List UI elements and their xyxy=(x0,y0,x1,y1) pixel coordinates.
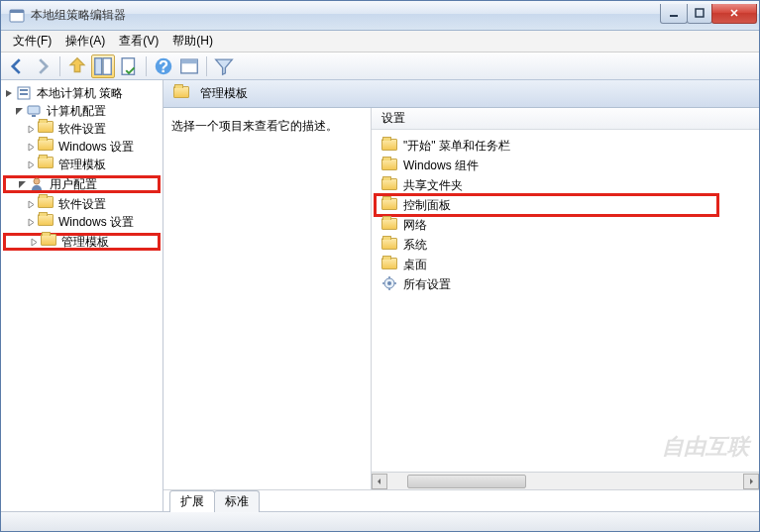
scroll-right-button[interactable] xyxy=(743,474,759,489)
help-button[interactable]: ? xyxy=(152,54,175,78)
scroll-left-button[interactable] xyxy=(372,474,387,489)
list-item-windows-components[interactable]: Windows 组件 xyxy=(372,156,759,175)
list-item-label: 系统 xyxy=(403,237,427,254)
tree-label: 本地计算机 策略 xyxy=(35,84,125,103)
svg-rect-1 xyxy=(10,10,24,13)
svg-rect-5 xyxy=(103,57,111,74)
svg-text:?: ? xyxy=(159,56,168,74)
back-button[interactable] xyxy=(5,54,29,78)
list-item-label: 网络 xyxy=(403,217,427,234)
menu-help[interactable]: 帮助(H) xyxy=(166,31,219,52)
maximize-button[interactable] xyxy=(687,4,712,24)
description-column: 选择一个项目来查看它的描述。 xyxy=(163,108,372,489)
list-item-label: 控制面板 xyxy=(403,197,451,214)
svg-rect-4 xyxy=(95,57,102,74)
tree-label: 管理模板 xyxy=(56,156,108,174)
up-button[interactable] xyxy=(65,54,89,78)
list-item-control-panel[interactable]: 控制面板 xyxy=(372,195,759,215)
tree-computer-config[interactable]: 计算机配置 xyxy=(3,102,161,120)
toolbar: ? xyxy=(1,53,759,80)
tree-computer-windows[interactable]: Windows 设置 xyxy=(3,138,161,156)
svg-point-16 xyxy=(34,178,40,184)
computer-icon xyxy=(26,103,42,119)
folder-icon xyxy=(38,196,54,212)
list-column: 设置 "开始" 菜单和任务栏 Windows 组件 xyxy=(372,108,759,489)
expand-icon[interactable] xyxy=(25,159,37,170)
list-body[interactable]: "开始" 菜单和任务栏 Windows 组件 共享文件夹 控制面板 xyxy=(372,130,759,472)
folder-icon xyxy=(381,258,397,272)
tree-root[interactable]: 本地计算机 策略 xyxy=(3,84,161,102)
scroll-thumb[interactable] xyxy=(407,475,526,488)
list-item-system[interactable]: 系统 xyxy=(372,235,759,255)
folder-icon xyxy=(38,214,54,230)
forward-button[interactable] xyxy=(31,54,54,78)
content-header: 管理模板 xyxy=(163,80,759,108)
menu-view[interactable]: 查看(V) xyxy=(113,31,164,52)
app-window: 本地组策略编辑器 文件(F) 操作(A) 查看(V) 帮助(H) ? xyxy=(0,0,760,532)
expand-icon[interactable] xyxy=(25,198,37,210)
svg-rect-12 xyxy=(20,89,28,91)
properties-button[interactable] xyxy=(177,54,201,78)
list-item-all-settings[interactable]: 所有设置 xyxy=(372,274,759,294)
folder-icon xyxy=(381,238,397,253)
collapse-icon[interactable] xyxy=(13,105,25,117)
tree-computer-admin-templates[interactable]: 管理模板 xyxy=(3,156,161,173)
list-item-desktop[interactable]: 桌面 xyxy=(372,255,759,274)
tree-label: 用户配置 xyxy=(48,175,99,194)
folder-icon xyxy=(381,198,397,213)
horizontal-scrollbar[interactable] xyxy=(372,472,759,489)
close-button[interactable] xyxy=(711,4,757,24)
tree-pane[interactable]: 本地计算机 策略 计算机配置 软件设置 Windows 设置 管理模板 xyxy=(1,80,163,511)
tree-label: 计算机配置 xyxy=(45,102,108,121)
list-item-shared-folders[interactable]: 共享文件夹 xyxy=(372,175,759,195)
expand-icon[interactable] xyxy=(28,236,40,248)
tree-user-admin-templates[interactable]: 管理模板 xyxy=(3,233,161,251)
tree-computer-software[interactable]: 软件设置 xyxy=(3,120,161,138)
list-item-network[interactable]: 网络 xyxy=(372,215,759,235)
app-icon xyxy=(9,8,25,24)
content-body: 选择一个项目来查看它的描述。 设置 "开始" 菜单和任务栏 Windows 组件 xyxy=(163,108,759,489)
toolbar-separator xyxy=(146,56,147,76)
user-icon xyxy=(29,176,45,192)
folder-icon xyxy=(381,139,397,154)
tree-label: Windows 设置 xyxy=(56,138,136,157)
folder-icon xyxy=(38,157,54,172)
export-button[interactable] xyxy=(117,54,141,78)
expand-icon[interactable] xyxy=(25,141,37,153)
toolbar-separator xyxy=(206,56,207,76)
menu-action[interactable]: 操作(A) xyxy=(59,31,111,52)
svg-point-18 xyxy=(387,281,391,285)
toolbar-separator xyxy=(59,56,60,76)
tree-label: 软件设置 xyxy=(56,195,108,214)
tab-extended[interactable]: 扩展 xyxy=(169,490,215,512)
expand-icon[interactable] xyxy=(25,123,37,135)
svg-rect-13 xyxy=(20,93,28,95)
filter-button[interactable] xyxy=(212,54,236,78)
svg-rect-10 xyxy=(181,59,198,63)
svg-rect-14 xyxy=(28,106,40,114)
statusbar xyxy=(1,511,759,531)
window-controls xyxy=(661,4,757,24)
tree-user-config[interactable]: 用户配置 xyxy=(3,175,161,193)
body: 本地计算机 策略 计算机配置 软件设置 Windows 设置 管理模板 xyxy=(1,80,759,511)
tree-user-windows[interactable]: Windows 设置 xyxy=(3,213,161,231)
settings-icon xyxy=(381,275,397,294)
folder-icon xyxy=(381,218,397,233)
minimize-button[interactable] xyxy=(660,4,688,24)
show-tree-button[interactable] xyxy=(91,54,115,78)
tab-standard[interactable]: 标准 xyxy=(214,490,260,512)
folder-icon xyxy=(38,139,54,155)
list-item-start-menu[interactable]: "开始" 菜单和任务栏 xyxy=(372,136,759,156)
tabs: 扩展 标准 xyxy=(163,489,759,511)
list-item-label: Windows 组件 xyxy=(403,158,479,174)
tree-label: Windows 设置 xyxy=(56,213,136,232)
menu-file[interactable]: 文件(F) xyxy=(7,31,57,52)
svg-rect-15 xyxy=(32,115,36,117)
expand-icon[interactable] xyxy=(25,216,37,228)
list-header[interactable]: 设置 xyxy=(372,108,759,130)
window-title: 本地组策略编辑器 xyxy=(31,7,661,24)
collapse-icon[interactable] xyxy=(16,178,28,190)
folder-icon xyxy=(381,159,397,173)
collapse-icon[interactable] xyxy=(3,87,15,99)
tree-user-software[interactable]: 软件设置 xyxy=(3,195,161,213)
